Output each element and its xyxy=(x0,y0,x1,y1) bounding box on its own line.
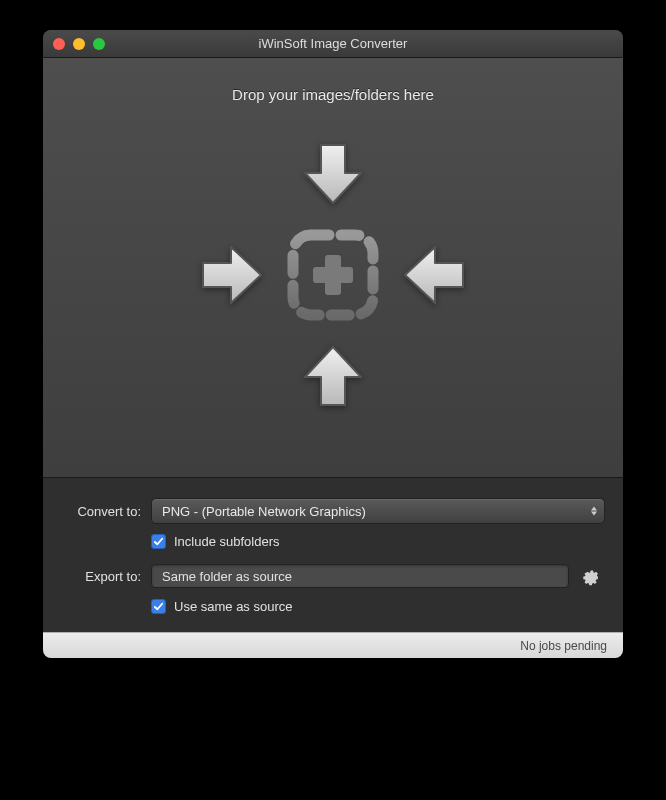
gear-icon xyxy=(581,566,601,586)
status-text: No jobs pending xyxy=(520,639,607,653)
app-window: iWinSoft Image Converter Drop your image… xyxy=(43,30,623,658)
export-path-input[interactable] xyxy=(151,564,569,588)
include-subfolders-row: Include subfolders xyxy=(151,534,605,549)
checkmark-icon xyxy=(153,601,164,612)
svg-rect-2 xyxy=(313,267,353,283)
statusbar: No jobs pending xyxy=(43,632,623,658)
arrow-left-icon xyxy=(395,237,471,313)
use-same-source-row: Use same as source xyxy=(151,599,605,614)
drop-prompt: Drop your images/folders here xyxy=(232,86,434,103)
convert-format-select[interactable]: PNG - (Portable Network Graphics) xyxy=(151,498,605,524)
controls-panel: Convert to: PNG - (Portable Network Grap… xyxy=(43,478,623,632)
arrow-right-icon xyxy=(195,237,271,313)
drop-graphic xyxy=(183,125,483,425)
checkmark-icon xyxy=(153,536,164,547)
drop-target-box xyxy=(283,225,383,325)
plus-box-icon xyxy=(283,225,383,325)
use-same-source-label[interactable]: Use same as source xyxy=(174,599,293,614)
close-button[interactable] xyxy=(53,38,65,50)
convert-label: Convert to: xyxy=(61,504,151,519)
use-same-source-checkbox[interactable] xyxy=(151,599,166,614)
arrow-up-icon xyxy=(295,337,371,413)
minimize-button[interactable] xyxy=(73,38,85,50)
arrow-down-icon xyxy=(295,137,371,213)
window-controls xyxy=(53,38,105,50)
include-subfolders-label[interactable]: Include subfolders xyxy=(174,534,280,549)
include-subfolders-checkbox[interactable] xyxy=(151,534,166,549)
export-label: Export to: xyxy=(61,569,151,584)
zoom-button[interactable] xyxy=(93,38,105,50)
export-row: Export to: xyxy=(61,563,605,589)
drop-zone[interactable]: Drop your images/folders here xyxy=(43,58,623,478)
export-settings-button[interactable] xyxy=(577,563,605,589)
convert-select-wrap: PNG - (Portable Network Graphics) xyxy=(151,498,605,524)
window-title: iWinSoft Image Converter xyxy=(259,36,408,51)
titlebar: iWinSoft Image Converter xyxy=(43,30,623,58)
convert-row: Convert to: PNG - (Portable Network Grap… xyxy=(61,498,605,524)
